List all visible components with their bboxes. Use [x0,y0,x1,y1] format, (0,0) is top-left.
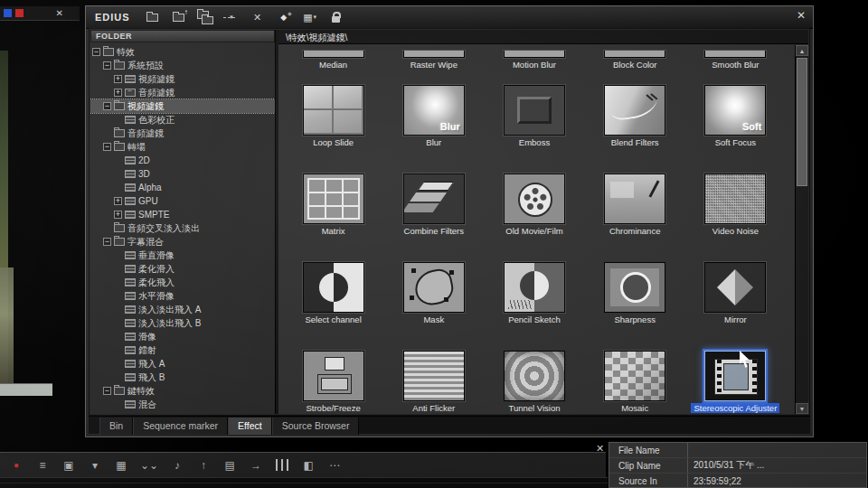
effect-item[interactable]: Mirror [685,262,786,325]
tree-item[interactable]: 水平滑像 [90,289,275,303]
tab-effect[interactable]: Effect [228,418,272,435]
tree-item[interactable]: 淡入淡出飛入 A [90,303,275,316]
tab-source-browser[interactable]: Source Browser [272,418,360,435]
tree-item[interactable]: 混合 [90,398,275,411]
vertical-scrollbar[interactable]: ▲ ▼ [795,45,808,414]
tree-item[interactable]: 2D [90,154,275,167]
effect-item[interactable]: Pencil Sketch [484,262,584,325]
scroll-down-icon[interactable]: ▼ [796,403,808,414]
effect-item[interactable]: Mosaic [585,351,685,414]
effect-item-cropped[interactable]: Raster Wipe [383,51,484,70]
effect-item[interactable]: Video Noise [685,174,786,237]
tab-bin[interactable]: Bin [99,418,133,435]
tree-item[interactable]: −系統預設 [90,59,275,72]
audio-mixer-icon[interactable] [275,458,289,473]
move-folder-icon[interactable] [195,9,215,25]
record-icon[interactable]: ● [9,458,24,473]
effect-item[interactable]: Stereoscopic Adjuster [685,351,786,414]
up-folder-icon[interactable]: ↑ [169,9,189,25]
tree-item[interactable]: −鍵特效 [90,384,275,398]
layout-icon[interactable]: ◧ [301,458,316,473]
tab-sequence-marker[interactable]: Sequence marker [133,418,228,435]
effect-item[interactable]: Anti Flicker [383,351,484,414]
collapse-icon[interactable]: − [103,61,111,70]
save-icon[interactable]: ▣ [61,458,76,473]
effect-item[interactable]: Mask [383,262,484,325]
window-title: EDIUS [95,12,130,23]
tree-item[interactable]: 音頻交叉淡入淡出 [90,221,275,235]
menu-icon[interactable]: ≡ [35,458,50,473]
double-chevron-icon[interactable]: ⌄⌄ [140,458,158,473]
effect-item[interactable]: Emboss [484,85,584,148]
delete-icon[interactable]: ✕ [248,9,268,25]
expand-icon[interactable]: + [114,75,122,83]
tree-item[interactable]: 柔化滑入 [90,262,275,276]
tree-item[interactable]: 飛入 A [90,357,275,371]
tree-item[interactable]: Alpha [90,181,275,194]
tree-item[interactable]: −特效 [90,45,275,59]
display-icon[interactable]: ▤ [222,458,237,473]
tree-item[interactable]: +音頻濾鏡 [90,86,275,99]
effect-plugin-icon[interactable]: ◆◆ [274,9,294,25]
effect-item-cropped[interactable]: Smooth Blur [685,51,786,70]
tree-item-label: 2D [138,155,150,165]
scroll-up-icon[interactable]: ▲ [796,45,808,56]
dropdown-icon[interactable]: ▾ [88,458,102,473]
tree-item[interactable]: 飛入 B [90,371,275,384]
palette-close-button[interactable]: ✕ [797,10,806,21]
effect-item-cropped[interactable]: Motion Blur [484,51,584,70]
effect-item[interactable]: Strobe/Freeze [283,351,383,414]
audio-icon[interactable]: ♪ [170,458,184,473]
effect-item[interactable]: Blend Filters [585,85,685,148]
insert-point-icon[interactable]: ▾ [222,9,241,25]
emboss-thumbnail [504,85,565,136]
tree-item[interactable]: 音頻濾鏡 [90,127,275,140]
scrollbar-thumb[interactable] [797,58,807,186]
tree-item[interactable]: 滑像 [90,330,275,343]
effect-item[interactable]: SoftSoft Focus [685,85,786,148]
effect-item[interactable]: Tunnel Vision [484,351,584,414]
info-row: Source In23:59:59;22 [609,474,866,488]
effect-item[interactable]: Combine Filters [383,174,484,237]
tree-item[interactable]: +SMPTE [90,208,275,221]
tree-item[interactable]: +視頻濾鏡 [90,72,275,86]
effect-item[interactable]: Sharpness [585,262,685,325]
effect-item[interactable]: Matrix [283,174,383,237]
panel-close-button[interactable]: ✕ [596,443,604,455]
collapse-icon[interactable]: − [103,387,111,395]
tree-item[interactable]: −轉場 [90,140,275,154]
effect-item-cropped[interactable]: Median [283,51,383,70]
expand-icon[interactable]: + [114,211,122,219]
effect-item[interactable]: Chrominance [585,174,685,237]
tree-item[interactable]: −字幕混合 [90,235,275,249]
tree-item[interactable]: 色彩校正 [90,113,275,127]
tree-item[interactable]: +GPU [90,194,275,208]
info-label: File Name [609,446,687,455]
lock-icon[interactable] [326,9,346,25]
tree-item[interactable]: 鐳射 [90,343,275,357]
more-icon[interactable]: ⋯ [327,458,342,473]
tree-item[interactable]: −視頻濾鏡 [90,99,275,113]
effect-item[interactable]: Loop Slide [283,85,383,148]
view-mode-icon[interactable]: ▦▾ [300,9,320,25]
collapse-icon[interactable]: − [103,143,111,151]
effect-item[interactable]: BlurBlur [383,85,484,148]
expand-icon[interactable]: + [114,89,122,97]
collapse-icon[interactable]: − [92,48,100,56]
up-arrow-icon[interactable]: ↑ [196,458,211,473]
tree-item[interactable]: 3D [90,167,275,181]
trim-icon[interactable]: → [249,458,263,473]
collapse-icon[interactable]: − [103,238,111,246]
effect-item-cropped[interactable]: Block Color [585,51,685,70]
tree-item[interactable]: 柔化飛入 [90,276,275,289]
capture-icon[interactable]: ▦ [114,458,128,473]
tree-item[interactable]: 淡入淡出飛入 B [90,316,275,330]
new-folder-icon[interactable] [143,9,163,25]
expand-icon[interactable]: + [114,197,122,205]
tree-item[interactable]: 垂直滑像 [90,249,275,262]
background-window-close-button[interactable]: ✕ [56,9,63,18]
effect-item[interactable]: Old Movie/Film [484,174,584,237]
effect-item[interactable]: Select channel [283,262,383,325]
collapse-icon[interactable]: − [103,102,111,110]
tree-item-label: 音頻交叉淡入淡出 [127,222,200,235]
